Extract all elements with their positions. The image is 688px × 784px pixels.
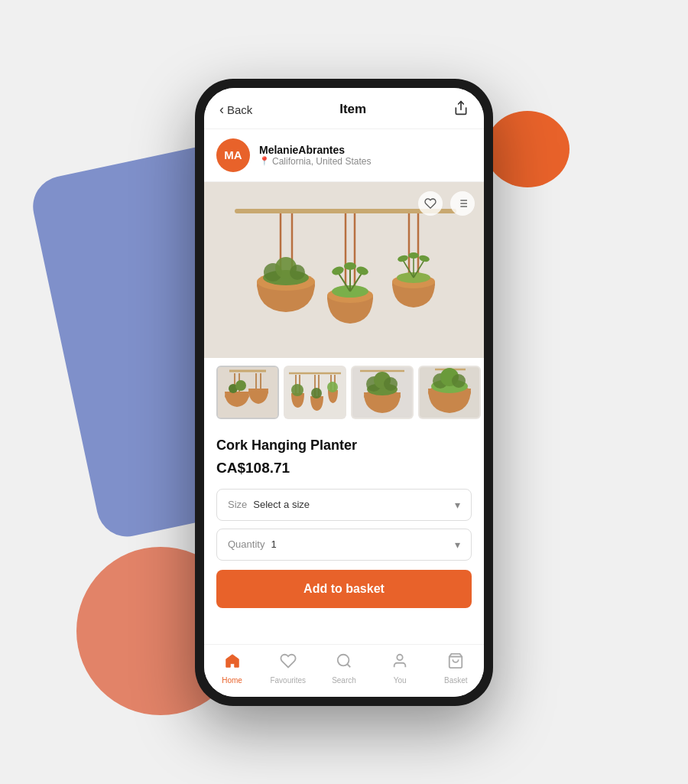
size-value: Select a size bbox=[253, 499, 455, 510]
thumbnail-2[interactable] bbox=[284, 366, 346, 419]
basket-icon bbox=[447, 652, 464, 674]
thumb-2-img bbox=[285, 367, 345, 418]
product-main-image bbox=[204, 182, 484, 358]
nav-search[interactable]: Search bbox=[323, 652, 365, 685]
svg-point-20 bbox=[344, 262, 356, 270]
svg-point-31 bbox=[408, 252, 419, 259]
svg-line-79 bbox=[347, 664, 350, 667]
bg-orange-circle-top bbox=[485, 111, 570, 187]
seller-avatar: MA bbox=[216, 138, 250, 172]
thumbnail-3[interactable] bbox=[351, 366, 414, 419]
quantity-value: 1 bbox=[271, 538, 455, 550]
svg-point-53 bbox=[291, 384, 303, 396]
user-svg bbox=[391, 652, 408, 669]
avatar-initials: MA bbox=[224, 148, 242, 161]
svg-point-45 bbox=[235, 380, 246, 391]
seller-name: MelanieAbrantes bbox=[259, 144, 371, 156]
bottom-nav: Home Favourites Search bbox=[204, 644, 484, 697]
share-icon bbox=[453, 100, 469, 115]
svg-point-80 bbox=[397, 654, 402, 659]
quantity-label: Quantity bbox=[228, 538, 264, 550]
seller-info[interactable]: MA MelanieAbrantes 📍 California, United … bbox=[204, 129, 484, 182]
size-label: Size bbox=[228, 499, 247, 510]
back-chevron-icon: ‹ bbox=[219, 102, 224, 118]
you-label: You bbox=[394, 676, 407, 685]
add-to-basket-button[interactable]: Add to basket bbox=[216, 570, 472, 608]
basket-svg bbox=[447, 652, 464, 669]
back-button[interactable]: ‹ Back bbox=[219, 102, 252, 118]
svg-point-59 bbox=[327, 382, 338, 392]
quantity-chevron-icon: ▾ bbox=[455, 538, 460, 551]
seller-details: MelanieAbrantes 📍 California, United Sta… bbox=[259, 144, 371, 167]
svg-point-10 bbox=[290, 265, 305, 280]
basket-label: Basket bbox=[444, 676, 468, 685]
thumb-1-img bbox=[218, 367, 277, 418]
search-label: Search bbox=[332, 676, 356, 685]
heart-svg bbox=[280, 652, 297, 669]
home-svg bbox=[224, 652, 241, 669]
product-price: CA$108.71 bbox=[216, 460, 472, 477]
thumbnail-4[interactable] bbox=[418, 366, 481, 419]
home-icon bbox=[224, 652, 241, 674]
thumbnail-1[interactable] bbox=[216, 366, 279, 419]
search-icon bbox=[336, 652, 352, 674]
nav-basket[interactable]: Basket bbox=[435, 652, 477, 685]
nav-favourites[interactable]: Favourites bbox=[267, 652, 309, 685]
top-nav: ‹ Back Item bbox=[204, 88, 484, 129]
list-icon bbox=[456, 197, 469, 210]
nav-home[interactable]: Home bbox=[211, 652, 253, 685]
product-title: Cork Hanging Planter bbox=[216, 438, 472, 454]
home-label: Home bbox=[222, 676, 242, 685]
favourite-button[interactable] bbox=[418, 191, 443, 216]
product-info: Cork Hanging Planter CA$108.71 Size Sele… bbox=[204, 427, 484, 644]
seller-location: 📍 California, United States bbox=[259, 156, 371, 167]
user-icon bbox=[391, 652, 408, 674]
phone-screen: ‹ Back Item MA MelanieAbrantes 📍 bbox=[204, 88, 484, 697]
product-image-actions bbox=[418, 191, 475, 216]
svg-point-68 bbox=[384, 377, 398, 391]
page-title: Item bbox=[339, 102, 366, 117]
search-svg bbox=[336, 652, 352, 669]
favourites-icon bbox=[280, 652, 297, 674]
favourites-label: Favourites bbox=[270, 676, 306, 685]
back-label: Back bbox=[227, 103, 252, 116]
heart-icon bbox=[424, 197, 436, 210]
size-selector[interactable]: Size Select a size ▾ bbox=[216, 489, 472, 521]
quantity-selector[interactable]: Quantity 1 ▾ bbox=[216, 529, 472, 561]
svg-point-77 bbox=[452, 374, 466, 388]
location-pin-icon: 📍 bbox=[259, 156, 270, 166]
nav-you[interactable]: You bbox=[379, 652, 421, 685]
phone-frame: ‹ Back Item MA MelanieAbrantes 📍 bbox=[195, 79, 493, 706]
share-button[interactable] bbox=[453, 100, 469, 119]
thumb-4-img bbox=[420, 367, 479, 418]
list-button[interactable] bbox=[450, 191, 475, 216]
thumbnail-strip bbox=[204, 358, 484, 427]
svg-point-78 bbox=[338, 654, 349, 665]
svg-point-56 bbox=[311, 388, 322, 399]
size-chevron-icon: ▾ bbox=[455, 499, 460, 511]
thumb-3-img bbox=[352, 367, 412, 418]
